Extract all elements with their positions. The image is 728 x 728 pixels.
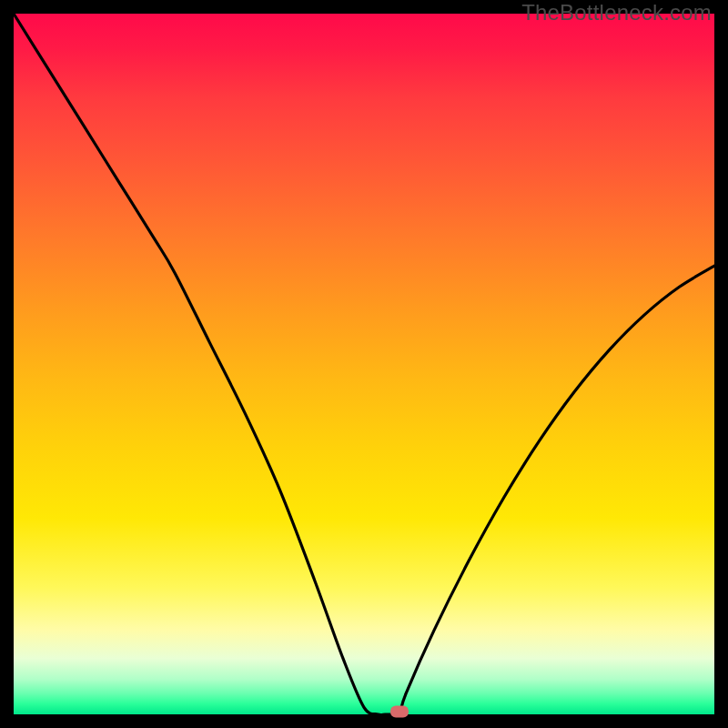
watermark-text: TheBottleneck.com [521,0,712,25]
optimal-point-marker [390,706,409,718]
chart-container: TheBottleneck.com [0,0,728,728]
bottleneck-curve [14,14,714,714]
